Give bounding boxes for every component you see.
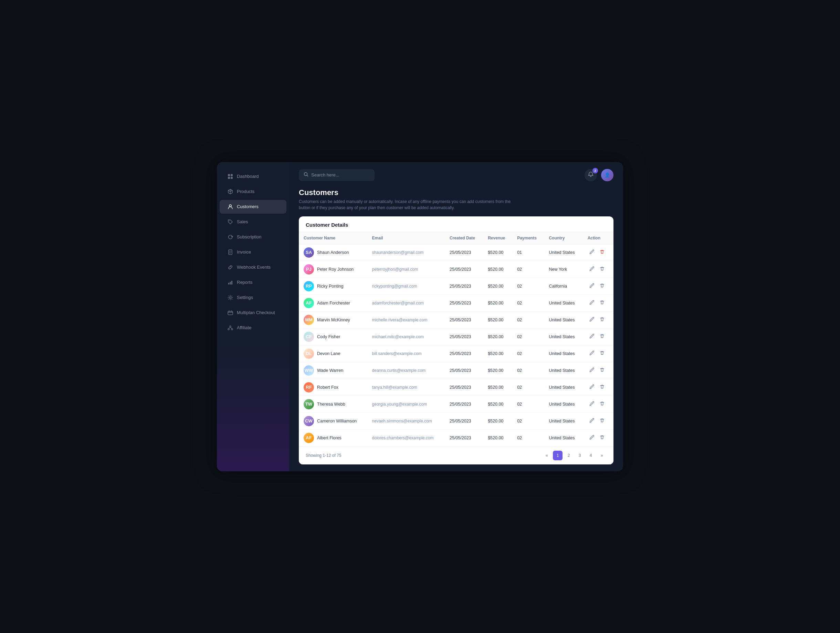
edit-button[interactable] (587, 249, 596, 257)
customer-country: New York (544, 261, 583, 278)
customer-payments: 02 (512, 278, 544, 294)
customer-name: Shaun Anderson (317, 250, 349, 255)
sidebar-item-webhook[interactable]: Webhook Events (219, 260, 286, 274)
customer-email: michelle.rivera@example.com (367, 311, 445, 328)
customer-payments: 02 (512, 379, 544, 395)
edit-button[interactable] (587, 383, 596, 392)
main-content: 2 👤 Customers Customers can be added man… (289, 162, 623, 471)
customer-name: Devon Lane (317, 351, 340, 356)
table-row: RF Robert Fox tanya.hill@example.com 25/… (299, 379, 613, 395)
user-avatar[interactable]: 👤 (601, 169, 613, 181)
delete-button[interactable] (598, 282, 606, 290)
edit-button[interactable] (587, 400, 596, 408)
customer-country: United States (544, 413, 583, 429)
delete-button[interactable] (598, 333, 606, 341)
delete-button[interactable] (598, 265, 606, 274)
customer-details-card: Customer Details Customer Name Email Cre… (299, 216, 613, 465)
edit-button[interactable] (587, 417, 596, 425)
page-2-button[interactable]: 2 (564, 451, 573, 460)
grid-icon (227, 173, 234, 180)
edit-icon (589, 283, 594, 289)
page-4-button[interactable]: 4 (586, 451, 595, 460)
customer-name: Theresa Webb (317, 402, 345, 407)
customer-country: United States (544, 379, 583, 395)
delete-icon (600, 249, 605, 255)
sidebar-item-sales[interactable]: Sales (219, 215, 286, 229)
action-cell (587, 417, 609, 425)
pagination-buttons: « 1 2 3 4 » (542, 451, 606, 460)
delete-button[interactable] (598, 400, 606, 408)
tag-icon (227, 219, 234, 225)
customer-country: United States (544, 429, 583, 446)
customer-date: 25/05/2023 (445, 311, 483, 328)
col-payments: Payments (512, 232, 544, 244)
notification-button[interactable]: 2 (584, 169, 597, 181)
edit-button[interactable] (587, 265, 596, 274)
sidebar-item-invoice[interactable]: Invoice (219, 245, 286, 259)
sidebar-item-customers[interactable]: Customers (219, 200, 286, 214)
sidebar-item-reports[interactable]: Reports (219, 276, 286, 289)
sidebar-item-products[interactable]: Products (219, 185, 286, 198)
delete-button[interactable] (598, 299, 606, 307)
sidebar-item-multiplan[interactable]: Multiplan Checkout (219, 306, 286, 320)
table-row: TW Theresa Webb georgia.young@example.co… (299, 395, 613, 413)
action-cell (587, 282, 609, 290)
delete-icon (600, 300, 605, 306)
customer-payments: 02 (512, 413, 544, 429)
customer-country: United States (544, 345, 583, 362)
customer-payments: 02 (512, 395, 544, 413)
edit-button[interactable] (587, 350, 596, 358)
table-row: RP Ricky Ponting rickyponting@gmail.com … (299, 278, 613, 294)
edit-button[interactable] (587, 333, 596, 341)
edit-icon (589, 300, 594, 306)
customer-email: peterroyjhon@gmail.com (367, 261, 445, 278)
sidebar-item-subscription[interactable]: Subscription (219, 230, 286, 244)
page-3-button[interactable]: 3 (575, 451, 584, 460)
delete-button[interactable] (598, 383, 606, 392)
customer-avatar: TW (304, 399, 314, 409)
customer-payments: 02 (512, 311, 544, 328)
edit-icon (589, 334, 594, 340)
table-row: WW Wade Warren deanna.curtis@example.com… (299, 362, 613, 379)
file-icon (227, 249, 234, 255)
delete-button[interactable] (598, 417, 606, 425)
customer-date: 25/05/2023 (445, 261, 483, 278)
header-right: 2 👤 (584, 169, 613, 181)
search-input[interactable] (311, 172, 370, 178)
customer-name: Marvin McKinney (317, 318, 350, 322)
delete-button[interactable] (598, 249, 606, 257)
customer-payments: 02 (512, 261, 544, 278)
edit-button[interactable] (587, 282, 596, 290)
checkout-icon (227, 310, 234, 316)
sidebar-item-affiliate[interactable]: Affiliate (219, 321, 286, 335)
customer-date: 25/05/2023 (445, 294, 483, 311)
search-bar[interactable] (299, 169, 374, 181)
table-row: MM Marvin McKinney michelle.rivera@examp… (299, 311, 613, 328)
customer-revenue: $520.00 (483, 395, 512, 413)
customer-name: Peter Roy Johnson (317, 267, 354, 272)
delete-button[interactable] (598, 350, 606, 358)
next-page-button[interactable]: » (597, 451, 606, 460)
edit-button[interactable] (587, 316, 596, 324)
action-cell (587, 249, 609, 257)
card-title: Customer Details (299, 216, 613, 232)
customer-email: shaunanderson@gmail.com (367, 244, 445, 261)
customer-cell: WW Wade Warren (304, 365, 363, 376)
customer-cell: AF Adam Forchester (304, 298, 363, 308)
customer-revenue: $520.00 (483, 294, 512, 311)
sidebar-item-settings[interactable]: Settings (219, 291, 286, 304)
delete-button[interactable] (598, 316, 606, 324)
delete-button[interactable] (598, 366, 606, 375)
edit-button[interactable] (587, 434, 596, 442)
customer-date: 25/05/2023 (445, 429, 483, 446)
edit-button[interactable] (587, 366, 596, 375)
page-1-button[interactable]: 1 (553, 451, 562, 460)
edit-button[interactable] (587, 299, 596, 307)
page-subtitle: Customers can be added manually or autom… (299, 198, 519, 211)
sidebar-item-dashboard[interactable]: Dashboard (219, 170, 286, 183)
prev-page-button[interactable]: « (542, 451, 551, 460)
delete-icon (600, 351, 605, 356)
customer-payments: 02 (512, 362, 544, 379)
sidebar-label-products: Products (237, 189, 254, 194)
delete-button[interactable] (598, 434, 606, 442)
